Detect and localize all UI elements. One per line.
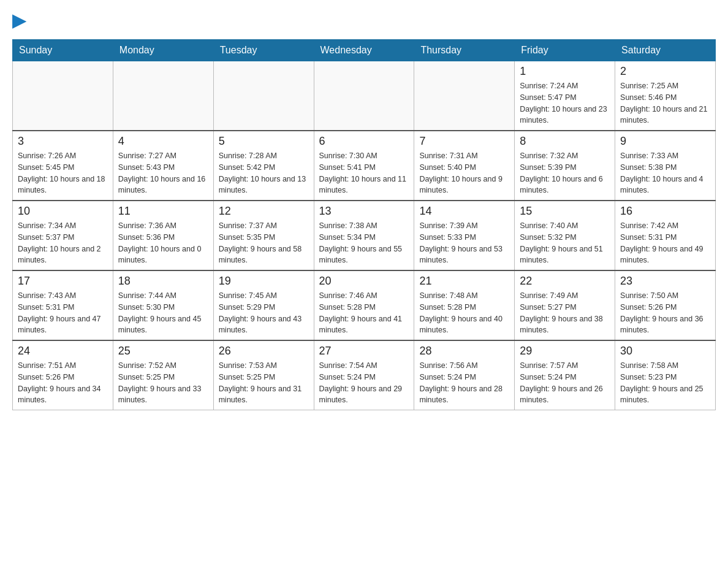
day-number: 4: [118, 135, 208, 148]
column-header-friday: Friday: [515, 40, 615, 61]
calendar-cell-1-7: 2Sunrise: 7:25 AMSunset: 5:46 PMDaylight…: [615, 61, 716, 131]
calendar-cell-4-4: 20Sunrise: 7:46 AMSunset: 5:28 PMDayligh…: [314, 270, 414, 340]
day-number: 14: [419, 205, 509, 218]
day-number: 27: [319, 345, 409, 358]
calendar-cell-5-1: 24Sunrise: 7:51 AMSunset: 5:26 PMDayligh…: [13, 340, 113, 410]
calendar-cell-2-1: 3Sunrise: 7:26 AMSunset: 5:45 PMDaylight…: [13, 131, 113, 201]
day-number: 8: [520, 135, 610, 148]
calendar-cell-3-5: 14Sunrise: 7:39 AMSunset: 5:33 PMDayligh…: [414, 201, 515, 270]
day-info: Sunrise: 7:36 AMSunset: 5:36 PMDaylight:…: [118, 220, 208, 266]
day-number: 30: [620, 345, 710, 358]
day-info: Sunrise: 7:52 AMSunset: 5:25 PMDaylight:…: [118, 360, 208, 406]
day-info: Sunrise: 7:25 AMSunset: 5:46 PMDaylight:…: [620, 80, 710, 126]
week-row-2: 3Sunrise: 7:26 AMSunset: 5:45 PMDaylight…: [13, 131, 716, 201]
calendar-cell-2-2: 4Sunrise: 7:27 AMSunset: 5:43 PMDaylight…: [113, 131, 213, 201]
week-row-5: 24Sunrise: 7:51 AMSunset: 5:26 PMDayligh…: [13, 340, 716, 410]
day-number: 25: [118, 345, 208, 358]
column-header-sunday: Sunday: [13, 40, 113, 61]
day-info: Sunrise: 7:24 AMSunset: 5:47 PMDaylight:…: [520, 80, 610, 126]
column-header-wednesday: Wednesday: [314, 40, 414, 61]
day-info: Sunrise: 7:39 AMSunset: 5:33 PMDaylight:…: [419, 220, 509, 266]
day-info: Sunrise: 7:54 AMSunset: 5:24 PMDaylight:…: [319, 360, 409, 406]
day-number: 7: [419, 135, 509, 148]
day-number: 15: [520, 205, 610, 218]
day-info: Sunrise: 7:28 AMSunset: 5:42 PMDaylight:…: [219, 150, 309, 196]
column-header-thursday: Thursday: [414, 40, 515, 61]
day-info: Sunrise: 7:33 AMSunset: 5:38 PMDaylight:…: [620, 150, 710, 196]
calendar-cell-5-7: 30Sunrise: 7:58 AMSunset: 5:23 PMDayligh…: [615, 340, 716, 410]
calendar-cell-1-3: [213, 61, 314, 131]
day-info: Sunrise: 7:58 AMSunset: 5:23 PMDaylight:…: [620, 360, 710, 406]
calendar-header-row: SundayMondayTuesdayWednesdayThursdayFrid…: [13, 40, 716, 61]
day-info: Sunrise: 7:49 AMSunset: 5:27 PMDaylight:…: [520, 290, 610, 336]
logo-general-text: ▶: [12, 12, 26, 29]
column-header-tuesday: Tuesday: [213, 40, 314, 61]
week-row-3: 10Sunrise: 7:34 AMSunset: 5:37 PMDayligh…: [13, 201, 716, 270]
day-info: Sunrise: 7:37 AMSunset: 5:35 PMDaylight:…: [219, 220, 309, 266]
day-number: 17: [18, 275, 108, 288]
day-number: 29: [520, 345, 610, 358]
calendar-cell-1-2: [113, 61, 213, 131]
day-number: 26: [219, 345, 309, 358]
calendar-cell-5-5: 28Sunrise: 7:56 AMSunset: 5:24 PMDayligh…: [414, 340, 515, 410]
day-info: Sunrise: 7:57 AMSunset: 5:24 PMDaylight:…: [520, 360, 610, 406]
day-info: Sunrise: 7:31 AMSunset: 5:40 PMDaylight:…: [419, 150, 509, 196]
day-number: 3: [18, 135, 108, 148]
day-info: Sunrise: 7:32 AMSunset: 5:39 PMDaylight:…: [520, 150, 610, 196]
day-info: Sunrise: 7:46 AMSunset: 5:28 PMDaylight:…: [319, 290, 409, 336]
calendar-cell-4-5: 21Sunrise: 7:48 AMSunset: 5:28 PMDayligh…: [414, 270, 515, 340]
day-number: 18: [118, 275, 208, 288]
calendar-cell-5-3: 26Sunrise: 7:53 AMSunset: 5:25 PMDayligh…: [213, 340, 314, 410]
day-info: Sunrise: 7:34 AMSunset: 5:37 PMDaylight:…: [18, 220, 108, 266]
day-number: 11: [118, 205, 208, 218]
calendar-cell-3-1: 10Sunrise: 7:34 AMSunset: 5:37 PMDayligh…: [13, 201, 113, 270]
day-info: Sunrise: 7:43 AMSunset: 5:31 PMDaylight:…: [18, 290, 108, 336]
calendar-cell-1-4: [314, 61, 414, 131]
calendar-cell-1-5: [414, 61, 515, 131]
day-info: Sunrise: 7:27 AMSunset: 5:43 PMDaylight:…: [118, 150, 208, 196]
day-number: 28: [419, 345, 509, 358]
day-number: 24: [18, 345, 108, 358]
calendar-cell-3-4: 13Sunrise: 7:38 AMSunset: 5:34 PMDayligh…: [314, 201, 414, 270]
calendar-cell-1-6: 1Sunrise: 7:24 AMSunset: 5:47 PMDaylight…: [515, 61, 615, 131]
calendar-cell-3-7: 16Sunrise: 7:42 AMSunset: 5:31 PMDayligh…: [615, 201, 716, 270]
week-row-4: 17Sunrise: 7:43 AMSunset: 5:31 PMDayligh…: [13, 270, 716, 340]
calendar-cell-2-7: 9Sunrise: 7:33 AMSunset: 5:38 PMDaylight…: [615, 131, 716, 201]
day-info: Sunrise: 7:44 AMSunset: 5:30 PMDaylight:…: [118, 290, 208, 336]
day-number: 16: [620, 205, 710, 218]
day-info: Sunrise: 7:40 AMSunset: 5:32 PMDaylight:…: [520, 220, 610, 266]
page-header: ▶: [12, 12, 716, 29]
calendar-cell-2-6: 8Sunrise: 7:32 AMSunset: 5:39 PMDaylight…: [515, 131, 615, 201]
day-number: 5: [219, 135, 309, 148]
calendar-cell-5-4: 27Sunrise: 7:54 AMSunset: 5:24 PMDayligh…: [314, 340, 414, 410]
calendar-cell-4-3: 19Sunrise: 7:45 AMSunset: 5:29 PMDayligh…: [213, 270, 314, 340]
calendar-cell-2-5: 7Sunrise: 7:31 AMSunset: 5:40 PMDaylight…: [414, 131, 515, 201]
day-info: Sunrise: 7:50 AMSunset: 5:26 PMDaylight:…: [620, 290, 710, 336]
logo: ▶: [12, 12, 26, 29]
day-info: Sunrise: 7:42 AMSunset: 5:31 PMDaylight:…: [620, 220, 710, 266]
day-info: Sunrise: 7:51 AMSunset: 5:26 PMDaylight:…: [18, 360, 108, 406]
day-number: 20: [319, 275, 409, 288]
day-info: Sunrise: 7:53 AMSunset: 5:25 PMDaylight:…: [219, 360, 309, 406]
calendar-cell-3-2: 11Sunrise: 7:36 AMSunset: 5:36 PMDayligh…: [113, 201, 213, 270]
day-number: 13: [319, 205, 409, 218]
day-info: Sunrise: 7:48 AMSunset: 5:28 PMDaylight:…: [419, 290, 509, 336]
day-info: Sunrise: 7:38 AMSunset: 5:34 PMDaylight:…: [319, 220, 409, 266]
calendar-cell-5-6: 29Sunrise: 7:57 AMSunset: 5:24 PMDayligh…: [515, 340, 615, 410]
day-number: 1: [520, 65, 610, 78]
day-info: Sunrise: 7:26 AMSunset: 5:45 PMDaylight:…: [18, 150, 108, 196]
calendar-cell-5-2: 25Sunrise: 7:52 AMSunset: 5:25 PMDayligh…: [113, 340, 213, 410]
calendar-cell-4-1: 17Sunrise: 7:43 AMSunset: 5:31 PMDayligh…: [13, 270, 113, 340]
calendar-cell-2-3: 5Sunrise: 7:28 AMSunset: 5:42 PMDaylight…: [213, 131, 314, 201]
day-number: 2: [620, 65, 710, 78]
column-header-monday: Monday: [113, 40, 213, 61]
calendar-cell-4-2: 18Sunrise: 7:44 AMSunset: 5:30 PMDayligh…: [113, 270, 213, 340]
day-info: Sunrise: 7:45 AMSunset: 5:29 PMDaylight:…: [219, 290, 309, 336]
calendar-table: SundayMondayTuesdayWednesdayThursdayFrid…: [12, 39, 716, 410]
calendar-cell-4-6: 22Sunrise: 7:49 AMSunset: 5:27 PMDayligh…: [515, 270, 615, 340]
calendar-cell-3-3: 12Sunrise: 7:37 AMSunset: 5:35 PMDayligh…: [213, 201, 314, 270]
day-number: 12: [219, 205, 309, 218]
calendar-cell-4-7: 23Sunrise: 7:50 AMSunset: 5:26 PMDayligh…: [615, 270, 716, 340]
week-row-1: 1Sunrise: 7:24 AMSunset: 5:47 PMDaylight…: [13, 61, 716, 131]
day-number: 21: [419, 275, 509, 288]
